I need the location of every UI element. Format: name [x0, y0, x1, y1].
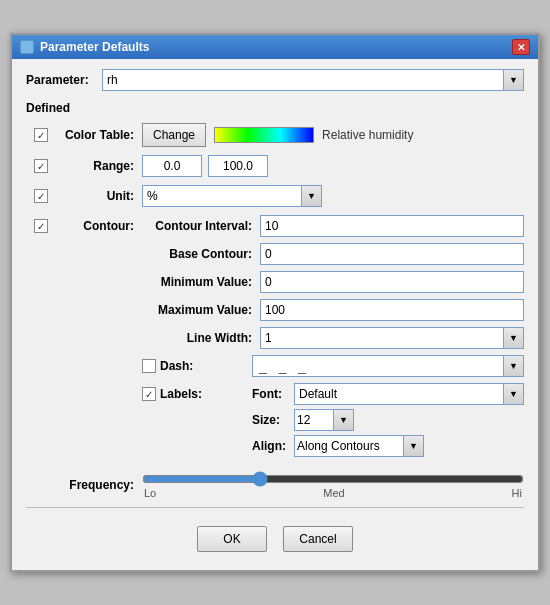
contour-interval-row: Contour Interval:: [142, 215, 524, 237]
dash-label: Dash:: [160, 359, 193, 373]
contour-interval-label: Contour Interval:: [142, 219, 252, 233]
parameter-row: Parameter: ▼: [26, 69, 524, 91]
divider: [26, 507, 524, 508]
font-select-wrapper: ▼: [294, 383, 524, 405]
base-contour-input[interactable]: [260, 243, 524, 265]
labels-checkbox[interactable]: [142, 387, 156, 401]
titlebar-left: Parameter Defaults: [20, 40, 149, 54]
size-select-wrapper: ▼: [294, 409, 354, 431]
contour-fields: Contour Interval: Base Contour: Minimum …: [142, 215, 524, 463]
line-width-dropdown-arrow[interactable]: ▼: [504, 327, 524, 349]
line-width-label: Line Width:: [142, 331, 252, 345]
titlebar: Parameter Defaults ✕: [12, 35, 538, 59]
min-value-row: Minimum Value:: [142, 271, 524, 293]
color-bar: [214, 127, 314, 143]
size-dropdown-arrow[interactable]: ▼: [334, 409, 354, 431]
dash-preview: _ _ _: [259, 358, 310, 374]
close-button[interactable]: ✕: [512, 39, 530, 55]
align-dropdown-arrow[interactable]: ▼: [404, 435, 424, 457]
max-value-input[interactable]: [260, 299, 524, 321]
dash-preview-area: _ _ _: [252, 355, 504, 377]
size-label: Size:: [252, 413, 288, 427]
freq-hi-label: Hi: [512, 487, 522, 499]
line-width-row: Line Width: ▼: [142, 327, 524, 349]
unit-label: Unit:: [54, 189, 134, 203]
font-input[interactable]: [294, 383, 504, 405]
labels-row: Labels: Font: ▼: [142, 383, 524, 457]
font-label: Font:: [252, 387, 288, 401]
range-row: Range:: [34, 155, 524, 177]
unit-select-wrapper: ▼: [142, 185, 322, 207]
slider-container: Lo Med Hi: [142, 471, 524, 499]
max-value-label: Maximum Value:: [142, 303, 252, 317]
max-value-row: Maximum Value:: [142, 299, 524, 321]
color-description: Relative humidity: [322, 128, 413, 142]
range-inputs: [142, 155, 268, 177]
dash-check-label: Dash:: [142, 359, 252, 373]
unit-dropdown-arrow[interactable]: ▼: [302, 185, 322, 207]
dash-dropdown-arrow[interactable]: ▼: [504, 355, 524, 377]
parameter-input[interactable]: [102, 69, 504, 91]
parameter-dropdown-btn[interactable]: ▼: [504, 69, 524, 91]
defined-section: Color Table: Change Relative humidity Ra…: [34, 123, 524, 499]
range-label: Range:: [54, 159, 134, 173]
contour-row: Contour: Contour Interval: Base Contour:: [34, 215, 524, 463]
font-dropdown-arrow[interactable]: ▼: [504, 383, 524, 405]
labels-inner: Font: ▼ Size:: [252, 383, 524, 457]
parameter-label: Parameter:: [26, 73, 96, 87]
content-area: Parameter: ▼ Defined Color Table: Change…: [12, 59, 538, 570]
freq-lo-label: Lo: [144, 487, 156, 499]
base-contour-row: Base Contour:: [142, 243, 524, 265]
frequency-slider[interactable]: [142, 471, 524, 487]
labels-label: Labels:: [160, 387, 202, 401]
labels-check-label: Labels:: [142, 387, 252, 401]
base-contour-label: Base Contour:: [142, 247, 252, 261]
ok-button[interactable]: OK: [197, 526, 267, 552]
color-table-label: Color Table:: [54, 128, 134, 142]
range-max-input[interactable]: [208, 155, 268, 177]
align-label: Align:: [252, 439, 288, 453]
color-table-row: Color Table: Change Relative humidity: [34, 123, 524, 147]
dash-row: Dash: _ _ _ ▼: [142, 355, 524, 377]
button-row: OK Cancel: [26, 514, 524, 560]
main-window: Parameter Defaults ✕ Parameter: ▼ Define…: [10, 33, 540, 572]
unit-row: Unit: ▼: [34, 185, 524, 207]
freq-label: Frequency:: [54, 478, 134, 492]
size-input[interactable]: [294, 409, 334, 431]
contour-interval-input[interactable]: [260, 215, 524, 237]
range-checkbox[interactable]: [34, 159, 48, 173]
align-select-wrapper: ▼: [294, 435, 424, 457]
align-row: Align: ▼: [252, 435, 524, 457]
range-min-input[interactable]: [142, 155, 202, 177]
align-input[interactable]: [294, 435, 404, 457]
slider-labels: Lo Med Hi: [142, 487, 524, 499]
contour-label: Contour:: [54, 219, 134, 233]
min-value-label: Minimum Value:: [142, 275, 252, 289]
window-title: Parameter Defaults: [40, 40, 149, 54]
defined-label: Defined: [26, 101, 524, 115]
frequency-row: Frequency: Lo Med Hi: [34, 471, 524, 499]
color-table-checkbox[interactable]: [34, 128, 48, 142]
unit-checkbox[interactable]: [34, 189, 48, 203]
freq-med-label: Med: [323, 487, 344, 499]
dash-select-wrapper: _ _ _ ▼: [252, 355, 524, 377]
min-value-input[interactable]: [260, 271, 524, 293]
font-row: Font: ▼: [252, 383, 524, 405]
change-button[interactable]: Change: [142, 123, 206, 147]
unit-input[interactable]: [142, 185, 302, 207]
dash-checkbox[interactable]: [142, 359, 156, 373]
app-icon: [20, 40, 34, 54]
size-row: Size: ▼: [252, 409, 524, 431]
line-width-select-wrapper: ▼: [260, 327, 524, 349]
cancel-button[interactable]: Cancel: [283, 526, 353, 552]
line-width-input[interactable]: [260, 327, 504, 349]
contour-checkbox[interactable]: [34, 219, 48, 233]
